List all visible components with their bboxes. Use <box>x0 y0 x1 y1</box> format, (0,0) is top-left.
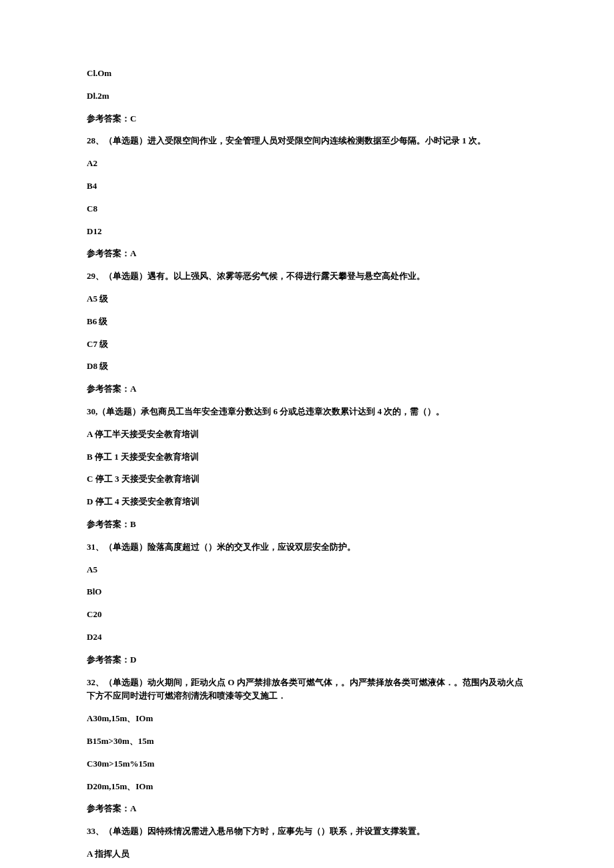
option-text: A2 <box>87 157 527 171</box>
option-text: A5 <box>87 563 527 577</box>
option-text: C7 级 <box>87 338 527 352</box>
option-text: C30m>15m%15m <box>87 757 527 771</box>
question-text: 29、（单选题）遇有。以上强风、浓雾等恶劣气候，不得进行露天攀登与悬空高处作业。 <box>87 270 527 284</box>
option-text: Cl.Om <box>87 67 527 81</box>
option-text: B 停工 1 天接受安全教育培训 <box>87 450 527 464</box>
question-text: 32、（单选题）动火期间，距动火点 O 内严禁排放各类可燃气体，。内严禁择放各类… <box>87 676 527 704</box>
option-text: BlO <box>87 585 527 599</box>
answer-text: 参考答案：B <box>87 518 527 532</box>
option-text: D24 <box>87 630 527 644</box>
question-text: 33、（单选题）因特殊情况需进入悬吊物下方时，应事先与（）联系，并设置支撑装置。 <box>87 825 527 839</box>
option-text: C8 <box>87 202 527 216</box>
option-text: D12 <box>87 225 527 239</box>
answer-text: 参考答案：A <box>87 802 527 816</box>
answer-text: 参考答案：A <box>87 382 527 396</box>
option-text: C 停工 3 天接受安全教育培训 <box>87 472 527 486</box>
option-text: A5 级 <box>87 292 527 306</box>
option-text: D20m,15m、IOm <box>87 780 527 794</box>
option-text: A 停工半天接受安全教育培训 <box>87 428 527 442</box>
answer-text: 参考答案：C <box>87 112 527 126</box>
option-text: A 指挥人员 <box>87 847 527 861</box>
option-text: Dl.2m <box>87 89 527 103</box>
answer-text: 参考答案：A <box>87 247 527 261</box>
option-text: D 停工 4 天接受安全教育培训 <box>87 495 527 509</box>
question-text: 28、（单选题）进入受限空间作业，安全管理人员对受限空间内连续检测数据至少每隔。… <box>87 134 527 148</box>
option-text: B6 级 <box>87 315 527 329</box>
question-text: 31、（单选题）险落高度超过（）米的交叉作业，应设双层安全防护。 <box>87 540 527 554</box>
option-text: A30m,15m、IOm <box>87 712 527 726</box>
answer-text: 参考答案：D <box>87 653 527 667</box>
option-text: B15m>30m、15m <box>87 735 527 749</box>
question-text: 30,（单选题）承包商员工当年安全违章分数达到 6 分或总违章次数累计达到 4 … <box>87 405 527 419</box>
option-text: B4 <box>87 179 527 193</box>
option-text: D8 级 <box>87 360 527 374</box>
option-text: C20 <box>87 608 527 622</box>
